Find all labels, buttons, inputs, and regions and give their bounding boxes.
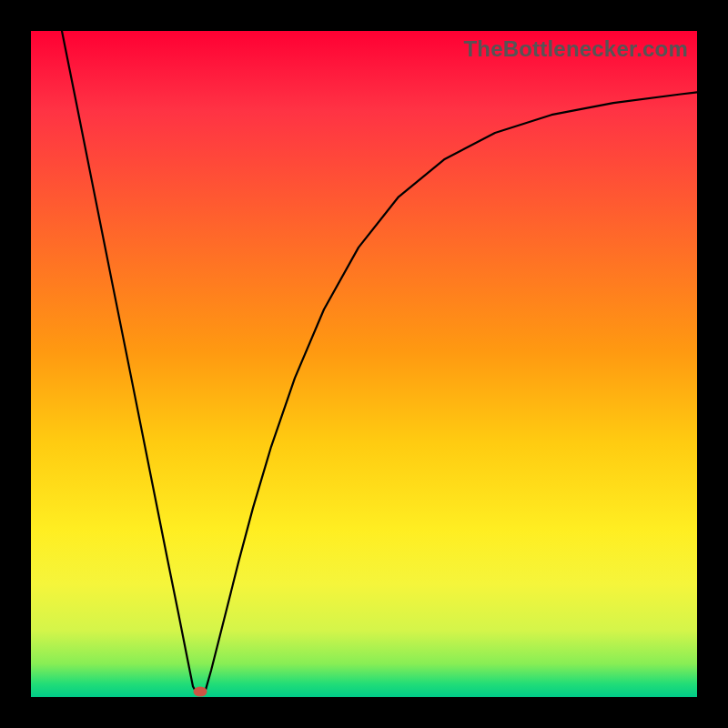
chart-frame: TheBottlenecker.com xyxy=(0,0,728,728)
min-marker xyxy=(194,687,207,697)
plot-area: TheBottlenecker.com xyxy=(31,31,697,697)
curve-path xyxy=(62,31,697,694)
bottleneck-curve xyxy=(31,31,697,697)
